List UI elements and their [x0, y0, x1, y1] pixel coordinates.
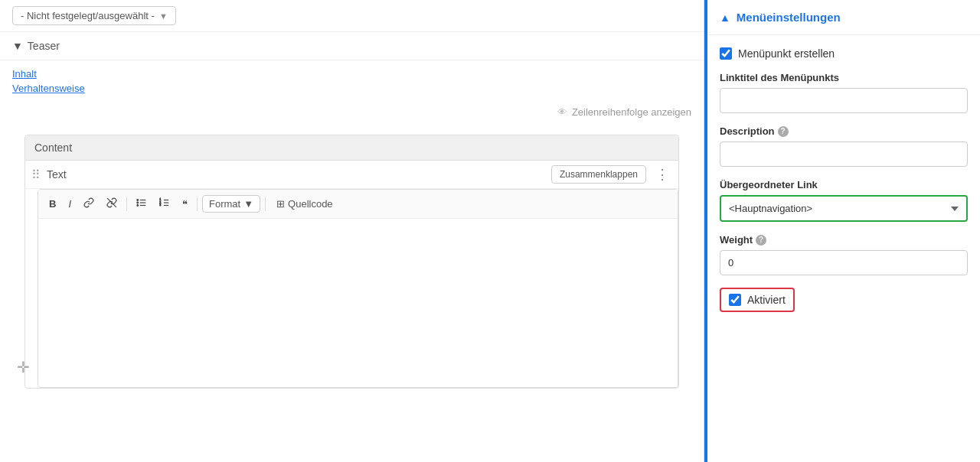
svg-text:3: 3 [160, 203, 162, 207]
chevron-down-icon: ▼ [159, 11, 168, 21]
inhalt-link[interactable]: Inhalt [12, 68, 691, 80]
drag-icon[interactable]: ⠿ [31, 168, 41, 182]
format-chevron-icon: ▼ [243, 198, 253, 210]
format-dropdown[interactable]: Format ▼ [202, 195, 260, 213]
eye-icon: 👁 [557, 106, 567, 118]
description-input[interactable] [720, 142, 968, 167]
aktiviert-checkbox[interactable] [729, 294, 741, 306]
more-options-icon[interactable]: ⋮ [652, 166, 672, 183]
blockquote-button[interactable]: ❝ [178, 195, 192, 213]
parent-link-label: Übergeordneter Link [720, 179, 968, 190]
weight-help-icon[interactable]: ? [756, 235, 766, 246]
teaser-label: Teaser [28, 40, 60, 52]
teaser-toggle[interactable]: ▼ Teaser [12, 40, 691, 52]
description-label: Description ? [720, 125, 968, 137]
unlink-button[interactable] [102, 194, 122, 213]
menu-punkt-checkbox[interactable] [720, 47, 732, 60]
menu-settings-toggle[interactable]: ▲ Menüeinstellungen [707, 0, 980, 35]
weight-input[interactable] [720, 250, 968, 275]
chevron-up-icon: ▲ [720, 11, 730, 24]
weight-group: Weight ? [720, 234, 968, 275]
editor-container: ✛ B I [38, 189, 678, 388]
text-label: Text [47, 168, 545, 181]
editor-toolbar: B I [38, 190, 678, 219]
left-panel: - Nicht festgelegt/ausgewählt - ▼ ▼ Teas… [0, 0, 704, 462]
format-label: Format [209, 198, 240, 210]
text-row: ⠿ Text Zusammenklappen ⋮ [25, 161, 678, 189]
menu-punkt-label: Menüpunkt erstellen [738, 47, 835, 60]
linktitel-group: Linktitel des Menüpunkts [720, 72, 968, 113]
verhaltensweise-link[interactable]: Verhaltensweise [12, 83, 691, 94]
toolbar-separator-3 [265, 197, 266, 211]
linktitel-label: Linktitel des Menüpunkts [720, 72, 968, 83]
content-header: Content [25, 135, 678, 161]
parent-link-select[interactable]: <Hauptnavigation> [720, 195, 968, 222]
row-order-label: Zeilenreihenfolge anzeigen [572, 106, 691, 118]
italic-button[interactable]: I [64, 195, 76, 213]
link-button[interactable] [79, 194, 99, 213]
list-ol-button[interactable]: 1 2 3 [155, 194, 175, 213]
collapse-button[interactable]: Zusammenklappen [551, 165, 646, 184]
editor-area[interactable] [38, 219, 678, 387]
list-ul-button[interactable] [132, 194, 152, 213]
aktiviert-label: Aktiviert [747, 294, 786, 306]
not-set-dropdown[interactable]: - Nicht festgelegt/ausgewählt - ▼ [12, 6, 176, 25]
source-code-icon: ⊞ [276, 198, 285, 210]
toolbar-separator-2 [197, 197, 198, 211]
move-handle-icon[interactable]: ✛ [17, 358, 30, 376]
not-set-label: - Nicht festgelegt/ausgewählt - [21, 10, 155, 21]
row-order-toggle: 👁 Zeilenreihenfolge anzeigen [0, 102, 704, 122]
source-code-button[interactable]: ⊞ Quellcode [270, 196, 339, 212]
settings-body: Menüpunkt erstellen Linktitel des Menüpu… [707, 35, 980, 324]
description-help-icon[interactable]: ? [778, 126, 789, 137]
menu-punkt-row: Menüpunkt erstellen [720, 47, 968, 60]
svg-point-6 [137, 205, 139, 207]
description-group: Description ? [720, 125, 968, 167]
source-code-label: Quellcode [288, 198, 333, 210]
weight-label: Weight ? [720, 234, 968, 246]
right-panel: ▲ Menüeinstellungen Menüpunkt erstellen … [704, 0, 980, 462]
linktitel-input[interactable] [720, 88, 968, 113]
svg-point-5 [137, 202, 139, 203]
content-wrapper: Content ⠿ Text Zusammenklappen ⋮ ✛ B I [0, 122, 704, 401]
teaser-section: ▼ Teaser [0, 32, 704, 60]
parent-link-group: Übergeordneter Link <Hauptnavigation> [720, 179, 968, 222]
nav-links-row: Inhalt Verhaltensweise [0, 60, 704, 102]
toolbar-separator-1 [126, 197, 127, 211]
aktiviert-row: Aktiviert [720, 288, 795, 312]
bold-button[interactable]: B [44, 195, 60, 213]
teaser-chevron-icon: ▼ [12, 40, 23, 52]
top-dropdown-area: - Nicht festgelegt/ausgewählt - ▼ [0, 0, 704, 32]
content-section: Content ⠿ Text Zusammenklappen ⋮ ✛ B I [24, 135, 679, 389]
svg-point-4 [137, 200, 139, 201]
menu-settings-title: Menüeinstellungen [737, 11, 841, 24]
